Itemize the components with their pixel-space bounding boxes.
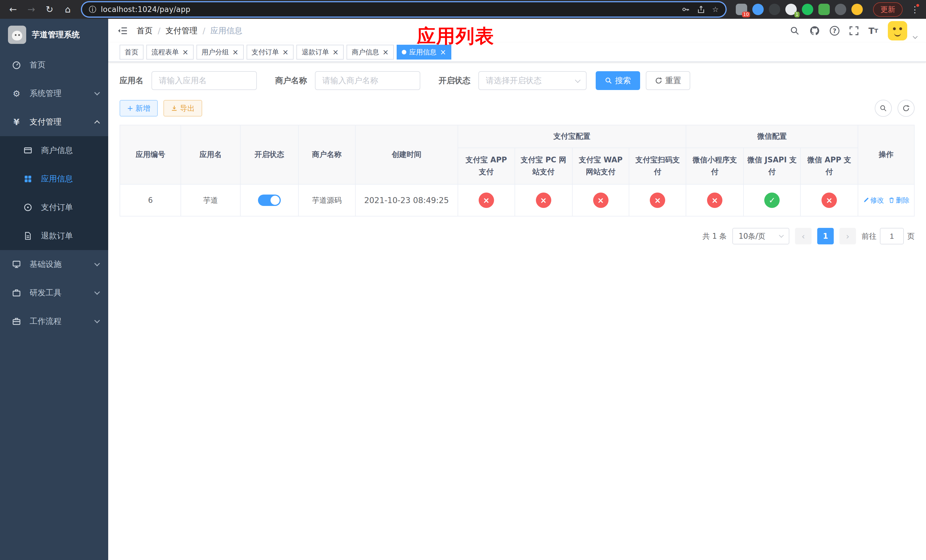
status-select[interactable] xyxy=(478,71,587,90)
search-form: 应用名 商户名称 开启状态 搜索 xyxy=(120,71,915,90)
extension-puzzle-icon[interactable] xyxy=(835,4,846,15)
status-label: 开启状态 xyxy=(439,75,471,86)
sidebar-item-label: 工作流程 xyxy=(30,316,62,327)
col-header-wx-mini: 微信小程序支付 xyxy=(686,148,743,184)
sidebar-item-payment-orders[interactable]: 支付订单 xyxy=(0,193,108,222)
goto-page-input[interactable] xyxy=(880,228,904,244)
close-icon[interactable]: × xyxy=(283,48,289,56)
total-count: 共 1 条 xyxy=(702,231,727,241)
close-icon[interactable]: × xyxy=(182,48,189,56)
breadcrumb-separator: / xyxy=(203,26,205,36)
close-icon[interactable]: × xyxy=(332,48,339,56)
close-icon[interactable]: × xyxy=(232,48,239,56)
avatar[interactable] xyxy=(888,21,907,41)
export-button[interactable]: 导出 xyxy=(163,100,202,117)
extension-translate-icon[interactable]: 1 xyxy=(785,4,797,15)
extension-chat-icon[interactable] xyxy=(819,4,830,15)
merchant-name-label: 商户名称 xyxy=(275,75,307,86)
breadcrumb-home[interactable]: 首页 xyxy=(137,25,153,36)
grid-icon xyxy=(23,175,33,183)
bookmark-star-icon[interactable]: ☆ xyxy=(712,5,719,14)
sidebar-item-label: 支付订单 xyxy=(41,202,73,213)
sidebar-logo[interactable]: 芋道管理系统 xyxy=(0,19,108,51)
reset-button[interactable]: 重置 xyxy=(646,71,690,90)
delete-link[interactable]: 删除 xyxy=(888,196,909,205)
prev-page-button[interactable]: ‹ xyxy=(795,228,811,244)
group-header-wechat: 微信配置 xyxy=(686,125,858,148)
browser-update-button[interactable]: 更新 xyxy=(873,2,903,17)
extension-emoji-icon[interactable] xyxy=(851,4,863,15)
cell-wx-jsapi: ✓ xyxy=(743,184,800,216)
breadcrumb-payment[interactable]: 支付管理 xyxy=(165,25,197,36)
share-icon[interactable] xyxy=(697,5,705,14)
extension-blocks-icon[interactable]: 10 xyxy=(736,4,747,15)
tab-payment-orders[interactable]: 支付订单 × xyxy=(247,45,294,59)
tab-merchant-info[interactable]: 商户信息 × xyxy=(346,45,394,59)
page-size-select[interactable]: 10条/页 xyxy=(732,228,789,244)
extension-drop-icon[interactable] xyxy=(752,4,764,15)
tab-user-group[interactable]: 用户分组 × xyxy=(197,45,244,59)
page-content: 应用名 商户名称 开启状态 搜索 xyxy=(108,62,926,560)
browser-menu-icon[interactable]: ⋮ xyxy=(911,5,918,15)
cell-alipay-wap: × xyxy=(572,184,629,216)
browser-back-button[interactable]: ← xyxy=(6,2,21,17)
chevron-down-icon[interactable] xyxy=(913,34,918,39)
font-size-icon[interactable]: TT xyxy=(869,26,878,36)
sidebar-item-system[interactable]: ⚙ 系统管理 xyxy=(0,79,108,107)
address-bar[interactable]: ⓘ localhost:1024/pay/app ☆ xyxy=(82,2,726,17)
merchant-name-input[interactable] xyxy=(315,71,420,90)
close-icon[interactable]: × xyxy=(383,48,389,56)
current-page: 1 xyxy=(817,228,834,244)
table-toolbar: + 新增 导出 xyxy=(120,100,915,117)
col-header-alipay-wap: 支付宝 WAP 网站支付 xyxy=(572,148,629,184)
cell-actions: 修改 删除 xyxy=(858,184,914,216)
github-icon[interactable] xyxy=(809,25,820,36)
sidebar-item-merchant-info[interactable]: 商户信息 xyxy=(0,136,108,165)
browser-forward-button[interactable]: → xyxy=(24,2,39,17)
sidebar-item-payment[interactable]: ¥ 支付管理 xyxy=(0,107,108,136)
sidebar-item-label: 基础设施 xyxy=(30,259,62,270)
dashboard-icon xyxy=(11,61,22,70)
cell-name: 芋道 xyxy=(181,184,240,216)
tab-refund-orders[interactable]: 退款订单 × xyxy=(297,45,344,59)
extension-green-circle-icon[interactable] xyxy=(802,4,813,15)
sidebar-item-home[interactable]: 首页 xyxy=(0,51,108,79)
search-icon[interactable] xyxy=(790,26,800,36)
browser-refresh-button[interactable]: ↻ xyxy=(42,2,57,17)
site-info-icon[interactable]: ⓘ xyxy=(89,5,96,15)
sidebar-item-app-info[interactable]: 应用信息 xyxy=(0,165,108,193)
browser-home-button[interactable]: ⌂ xyxy=(61,2,75,17)
url-text[interactable]: localhost:1024/pay/app xyxy=(101,5,677,14)
sidebar-item-label: 支付管理 xyxy=(30,117,62,127)
next-page-button[interactable]: › xyxy=(840,228,856,244)
close-icon[interactable]: × xyxy=(440,48,446,56)
app-name-input[interactable] xyxy=(151,71,257,90)
sidebar-item-dev-tools[interactable]: 研发工具 xyxy=(0,278,108,307)
sidebar-item-infrastructure[interactable]: 基础设施 xyxy=(0,250,108,278)
password-key-icon[interactable] xyxy=(681,5,690,14)
fullscreen-icon[interactable] xyxy=(849,26,859,36)
extension-dark-sphere-icon[interactable] xyxy=(769,4,780,15)
closed-status-icon: × xyxy=(593,192,608,208)
add-button[interactable]: + 新增 xyxy=(120,100,158,117)
chevron-up-icon xyxy=(94,120,100,126)
status-select-input[interactable] xyxy=(478,71,587,90)
search-button-label: 搜索 xyxy=(615,75,631,86)
sidebar-item-refund-orders[interactable]: 退款订单 xyxy=(0,222,108,250)
sidebar-fold-icon[interactable] xyxy=(117,26,127,36)
search-button[interactable]: 搜索 xyxy=(596,71,640,90)
sidebar-item-label: 系统管理 xyxy=(30,88,62,99)
edit-link[interactable]: 修改 xyxy=(863,196,884,205)
sidebar-item-label: 退款订单 xyxy=(41,230,73,241)
refresh-button[interactable] xyxy=(897,100,915,117)
help-icon[interactable]: ? xyxy=(830,26,840,36)
status-toggle[interactable] xyxy=(258,195,281,206)
col-header-created: 创建时间 xyxy=(356,125,458,184)
closed-status-icon: × xyxy=(707,192,722,208)
tab-home[interactable]: 首页 xyxy=(120,45,144,59)
tab-app-info[interactable]: 应用信息 × xyxy=(396,45,451,59)
sidebar-item-workflow[interactable]: 工作流程 xyxy=(0,307,108,336)
toggle-search-button[interactable] xyxy=(875,100,892,117)
tab-process-form[interactable]: 流程表单 × xyxy=(146,45,194,59)
chevron-down-icon xyxy=(94,318,100,323)
